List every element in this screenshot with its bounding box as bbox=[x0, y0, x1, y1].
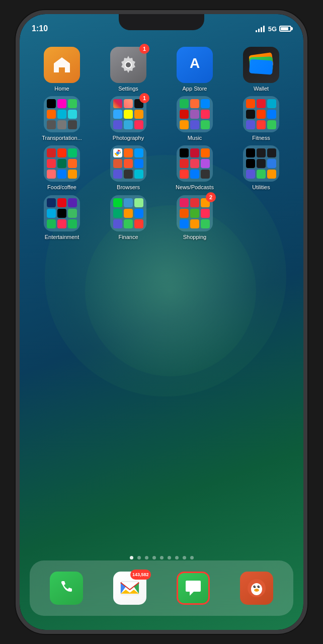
folder-photography-label: Photography bbox=[113, 135, 144, 141]
app-home[interactable]: Home bbox=[34, 47, 90, 92]
snap-mini-icon bbox=[124, 110, 133, 119]
music-mini-9 bbox=[201, 120, 210, 129]
folder-utilities-label: Utilities bbox=[252, 184, 270, 191]
amazon-mini-icon bbox=[47, 209, 56, 218]
folder-fitness[interactable]: Fitness bbox=[233, 96, 289, 141]
mint-mini-icon bbox=[113, 209, 122, 218]
entertain-mini-8 bbox=[57, 219, 66, 228]
gmail-badge: 143,582 bbox=[130, 570, 151, 580]
mute-button[interactable] bbox=[16, 95, 17, 120]
app-row-3: Food/coffee bbox=[29, 145, 294, 191]
food-mini-8 bbox=[57, 170, 66, 179]
maps-mini-icon bbox=[68, 99, 77, 108]
newspodcasts-folder-icon bbox=[177, 145, 213, 182]
folder-entertainment-label: Entertainment bbox=[45, 234, 79, 240]
dock-messages[interactable] bbox=[175, 572, 212, 605]
browser-mini-8 bbox=[124, 170, 133, 179]
page-dot-9[interactable] bbox=[190, 556, 194, 559]
app-wallet[interactable]: Wallet bbox=[233, 47, 289, 92]
page-dot-4[interactable] bbox=[152, 556, 156, 559]
measure-mini-icon bbox=[257, 159, 266, 168]
phone-frame: 1:10 5G bbox=[16, 10, 307, 634]
transportation-folder-icon bbox=[44, 96, 80, 132]
app-appstore[interactable]: A App Store bbox=[167, 47, 222, 92]
page-dot-2[interactable] bbox=[137, 556, 141, 559]
status-time: 1:10 bbox=[32, 24, 48, 33]
etsy-mini-icon bbox=[180, 209, 189, 218]
hbo-mini-icon bbox=[68, 198, 77, 207]
page-dot-8[interactable] bbox=[183, 556, 186, 559]
news-mini-7 bbox=[180, 170, 189, 179]
photos-mini-icon bbox=[124, 99, 133, 108]
entertainment-folder-icon bbox=[44, 195, 80, 231]
finance-mini-5 bbox=[124, 209, 133, 218]
lastfm-mini-icon bbox=[180, 110, 189, 119]
uber-mini-icon bbox=[47, 99, 56, 108]
news-mini-9 bbox=[201, 170, 210, 179]
folder-photography[interactable]: 1 Photography bbox=[101, 96, 156, 141]
peloton-mini-icon bbox=[257, 99, 266, 108]
app-settings[interactable]: 1 Settings bbox=[101, 47, 156, 92]
folder-newspodcasts[interactable]: News/Podcasts bbox=[167, 145, 222, 191]
svg-point-13 bbox=[259, 586, 260, 587]
clock-mini-icon bbox=[257, 148, 266, 157]
folder-shopping[interactable]: 2 Shopping bbox=[167, 195, 222, 240]
finance-mini-6 bbox=[134, 209, 143, 218]
phone-screen: 1:10 5G bbox=[20, 14, 303, 630]
page-dot-1[interactable] bbox=[130, 556, 133, 559]
photo-mini-6 bbox=[134, 110, 143, 119]
doordash-mini-icon bbox=[57, 148, 66, 157]
dunkin-mini-icon bbox=[68, 159, 77, 168]
dock-gmail[interactable]: 143,582 bbox=[111, 572, 149, 605]
settings-icon: 1 bbox=[110, 47, 146, 83]
page-dot-7[interactable] bbox=[175, 556, 179, 559]
folder-entertainment[interactable]: Entertainment bbox=[34, 195, 90, 240]
files-mini-icon bbox=[267, 159, 276, 168]
folder-browsers[interactable]: Browsers bbox=[101, 145, 156, 191]
folder-music[interactable]: Music bbox=[167, 96, 222, 141]
fitness-mini-9 bbox=[267, 120, 276, 129]
reuters-mini-icon bbox=[201, 148, 210, 157]
finance-mini-9 bbox=[134, 219, 143, 228]
shop-mini-8 bbox=[190, 219, 199, 228]
photography-folder-icon: 1 bbox=[110, 96, 146, 132]
ebay-mini-icon bbox=[190, 198, 199, 207]
transport-mini-7 bbox=[47, 120, 56, 129]
waze-mini-icon bbox=[68, 110, 77, 119]
compass-mini-icon bbox=[246, 159, 255, 168]
food-mini-9 bbox=[68, 170, 77, 179]
photo-mini-9 bbox=[134, 120, 143, 129]
settings-badge: 1 bbox=[139, 44, 149, 54]
fitness-mini-7 bbox=[246, 120, 255, 129]
utilities-folder-icon bbox=[243, 145, 279, 182]
app-settings-label: Settings bbox=[118, 86, 138, 92]
folder-transportation-label: Transportation... bbox=[42, 135, 82, 141]
folder-utilities[interactable]: Utilities bbox=[233, 145, 289, 191]
dock-phone[interactable] bbox=[48, 572, 86, 605]
page-dot-6[interactable] bbox=[168, 556, 171, 559]
page-dot-5[interactable] bbox=[160, 556, 164, 559]
browser-mini-6 bbox=[134, 159, 143, 168]
appletv-mini-icon bbox=[57, 209, 66, 218]
appstore-icon: A bbox=[177, 47, 213, 83]
citymapper-mini-icon bbox=[57, 110, 66, 119]
svg-point-11 bbox=[258, 586, 260, 588]
news-mini-icon bbox=[180, 148, 189, 157]
home-icon bbox=[44, 47, 80, 83]
battery-icon bbox=[279, 26, 291, 32]
app-appstore-label: App Store bbox=[183, 86, 207, 92]
brave-mini-icon bbox=[124, 159, 133, 168]
folder-foodcoffee[interactable]: Food/coffee bbox=[34, 145, 90, 191]
folder-transportation[interactable]: Transportation... bbox=[34, 96, 90, 141]
power-button[interactable] bbox=[306, 130, 307, 185]
folder-foodcoffee-label: Food/coffee bbox=[47, 184, 76, 191]
folder-finance[interactable]: Finance bbox=[101, 195, 156, 240]
dock-duckduckgo[interactable] bbox=[238, 572, 276, 605]
shopping-badge: 2 bbox=[206, 192, 216, 202]
volume-down-button[interactable] bbox=[16, 170, 17, 205]
page-dot-3[interactable] bbox=[145, 556, 148, 559]
volume-up-button[interactable] bbox=[16, 127, 17, 163]
nike-mini-icon bbox=[246, 110, 255, 119]
poshmark-mini-icon bbox=[180, 198, 189, 207]
hulu-mini-icon bbox=[68, 209, 77, 218]
